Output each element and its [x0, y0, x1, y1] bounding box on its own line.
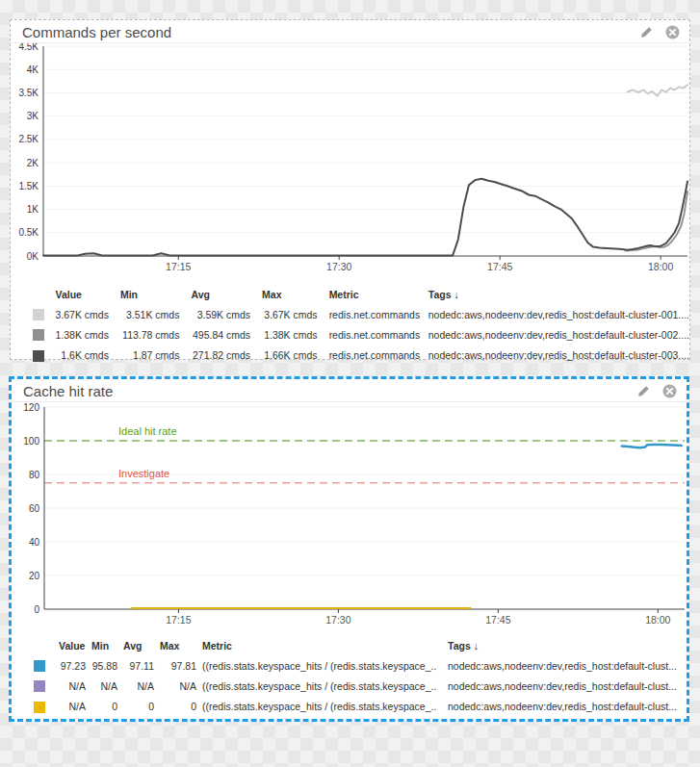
- legend-row[interactable]: 1.38K cmds113.78 cmds495.84 cmds1.38K cm…: [33, 324, 689, 345]
- widget-header: Commands per second: [11, 20, 689, 43]
- close-circle-x-icon[interactable]: [662, 384, 677, 398]
- cache-hit-legend-table: ValueMinAvgMaxMetricTags ↓97.2395.8897.1…: [34, 636, 677, 717]
- legend-cell-metric: ((redis.stats.keyspace_hits / (redis.sta…: [202, 655, 448, 676]
- legend-header-metric: Metric: [329, 285, 428, 304]
- legend-header-tags[interactable]: Tags ↓: [428, 285, 689, 304]
- legend-cell-max: 1.66K cmds: [262, 345, 329, 365]
- legend-header-min: Min: [120, 285, 192, 304]
- legend-cell-avg: 495.84 cmds: [191, 324, 262, 345]
- legend-cell-tags: nodedc:aws,nodeenv:dev,redis_host:defaul…: [448, 676, 677, 696]
- y-axis-tick-label: 0.5K: [18, 227, 39, 238]
- legend-cell-avg: 0: [123, 696, 160, 716]
- y-axis-tick-label: 4K: [27, 64, 39, 75]
- y-axis-tick-label: 0K: [27, 251, 39, 262]
- series-color-swatch: [33, 309, 44, 320]
- legend-cell-avg: N/A: [123, 676, 160, 696]
- widget-header: Cache hit rate: [12, 379, 687, 402]
- legend-header-avg: Avg: [123, 636, 160, 655]
- series-color-swatch: [34, 680, 45, 692]
- legend-header-min: Min: [91, 636, 123, 655]
- y-axis-tick-label: 3.5K: [18, 88, 39, 98]
- legend-header-metric: Metric: [202, 636, 448, 655]
- commands-legend-table: ValueMinAvgMaxMetricTags ↓3.67K cmds3.51…: [33, 285, 689, 366]
- legend-cell-tags: nodedc:aws,nodeenv:dev,redis_host:defaul…: [448, 696, 677, 716]
- legend-cell-value: 97.23: [59, 655, 91, 676]
- legend-cell-metric: redis.net.commands: [329, 304, 428, 324]
- y-axis-tick-label: 3K: [27, 111, 39, 121]
- legend-row[interactable]: 1.6K cmds1.87 cmds271.82 cmds1.66K cmdsr…: [33, 345, 689, 365]
- legend-cell-avg: 271.82 cmds: [191, 345, 262, 365]
- legend-cell-max: 0: [160, 696, 202, 716]
- legend-header-tags[interactable]: Tags ↓: [448, 636, 677, 655]
- legend-cell-metric: ((redis.stats.keyspace_hits / (redis.sta…: [202, 676, 448, 696]
- legend-cell-max: 1.38K cmds: [262, 324, 329, 345]
- legend-cell-tags: nodedc:aws,nodeenv:dev,redis_host:defaul…: [428, 345, 689, 365]
- legend-row[interactable]: 3.67K cmds3.51K cmds3.59K cmds3.67K cmds…: [33, 304, 689, 324]
- y-axis-tick-label: 120: [23, 402, 39, 413]
- x-axis-tick-label: 17:15: [166, 614, 191, 626]
- marker-label: Investigate: [118, 468, 169, 479]
- x-axis-tick-label: 17:30: [326, 261, 351, 272]
- legend-cell-tags: nodedc:aws,nodeenv:dev,redis_host:defaul…: [428, 324, 689, 345]
- edit-pencil-icon[interactable]: [640, 26, 653, 38]
- y-axis-tick-label: 1.5K: [18, 181, 39, 192]
- series-color-swatch: [33, 350, 44, 362]
- legend-header-max: Max: [262, 285, 329, 304]
- legend-cell-max: 3.67K cmds: [262, 304, 329, 324]
- x-axis-tick-label: 17:45: [487, 261, 512, 272]
- legend-cell-value: 1.6K cmds: [55, 345, 119, 365]
- marker-label: Ideal hit rate: [118, 425, 177, 437]
- cache-hit-rate-chart-canvas[interactable]: 020406080100120Ideal hit rateInvestigate…: [12, 402, 687, 631]
- widget-cache-hit-rate[interactable]: Cache hit rate 020406080100120Ideal hit …: [9, 376, 689, 722]
- legend-cell-min: 113.78 cmds: [120, 324, 192, 345]
- series-line: [43, 179, 687, 256]
- series-line: [622, 445, 682, 447]
- series-line: [625, 192, 687, 250]
- x-axis-tick-label: 18:00: [648, 261, 673, 272]
- legend-cell-value: 3.67K cmds: [55, 304, 119, 324]
- y-axis-tick-label: 0: [34, 604, 39, 615]
- legend-cell-min: 1.87 cmds: [120, 345, 192, 365]
- y-axis-tick-label: 1K: [27, 204, 39, 215]
- y-axis-tick-label: 60: [29, 503, 40, 514]
- y-axis-tick-label: 80: [29, 470, 40, 480]
- widget-title: Commands per second: [22, 24, 640, 40]
- x-axis-tick-label: 17:15: [166, 261, 191, 272]
- legend-cell-max: 97.81: [160, 655, 202, 676]
- legend-cell-value: N/A: [59, 696, 91, 716]
- series-line: [628, 85, 687, 96]
- legend-cell-min: 3.51K cmds: [120, 304, 192, 324]
- legend-cell-tags: nodedc:aws,nodeenv:dev,redis_host:defaul…: [428, 304, 689, 324]
- legend-header-avg: Avg: [191, 285, 262, 304]
- close-circle-x-icon[interactable]: [665, 25, 680, 39]
- series-color-swatch: [34, 660, 45, 672]
- legend-header-value: Value: [55, 285, 119, 304]
- legend-cell-value: N/A: [59, 676, 91, 696]
- legend-cell-metric: ((redis.stats.keyspace_hits / (redis.sta…: [202, 696, 448, 716]
- y-axis-tick-label: 100: [23, 436, 39, 447]
- widget-title: Cache hit rate: [23, 383, 637, 399]
- legend-cell-avg: 3.59K cmds: [191, 304, 262, 324]
- y-axis-tick-label: 2.5K: [18, 134, 39, 144]
- legend-cell-metric: redis.net.commands: [329, 345, 428, 365]
- legend-cell-value: 1.38K cmds: [55, 324, 119, 345]
- y-axis-tick-label: 4.5K: [18, 43, 39, 52]
- commands-per-second-chart-canvas[interactable]: 0K0.5K1K1.5K2K2.5K3K3.5K4K4.5K17:1517:30…: [11, 43, 689, 280]
- series-color-swatch: [33, 329, 44, 341]
- x-axis-tick-label: 17:30: [325, 614, 350, 626]
- x-axis-tick-label: 17:45: [485, 614, 510, 626]
- widget-commands-per-second: Commands per second 0K0.5K1K1.5K2K2.5K3K…: [10, 19, 690, 360]
- legend-row[interactable]: N/A000((redis.stats.keyspace_hits / (red…: [34, 696, 677, 716]
- legend-header-max: Max: [160, 636, 202, 655]
- y-axis-tick-label: 40: [29, 537, 40, 548]
- legend-cell-min: 95.88: [91, 655, 123, 676]
- x-axis-tick-label: 18:00: [645, 614, 670, 626]
- legend-cell-min: 0: [91, 696, 123, 716]
- legend-cell-min: N/A: [91, 676, 123, 696]
- legend-row[interactable]: N/AN/AN/AN/A((redis.stats.keyspace_hits …: [34, 676, 677, 696]
- edit-pencil-icon[interactable]: [637, 385, 650, 397]
- legend-cell-avg: 97.11: [123, 655, 160, 676]
- y-axis-tick-label: 20: [29, 571, 40, 581]
- legend-row[interactable]: 97.2395.8897.1197.81((redis.stats.keyspa…: [34, 655, 677, 676]
- legend-cell-metric: redis.net.commands: [329, 324, 428, 345]
